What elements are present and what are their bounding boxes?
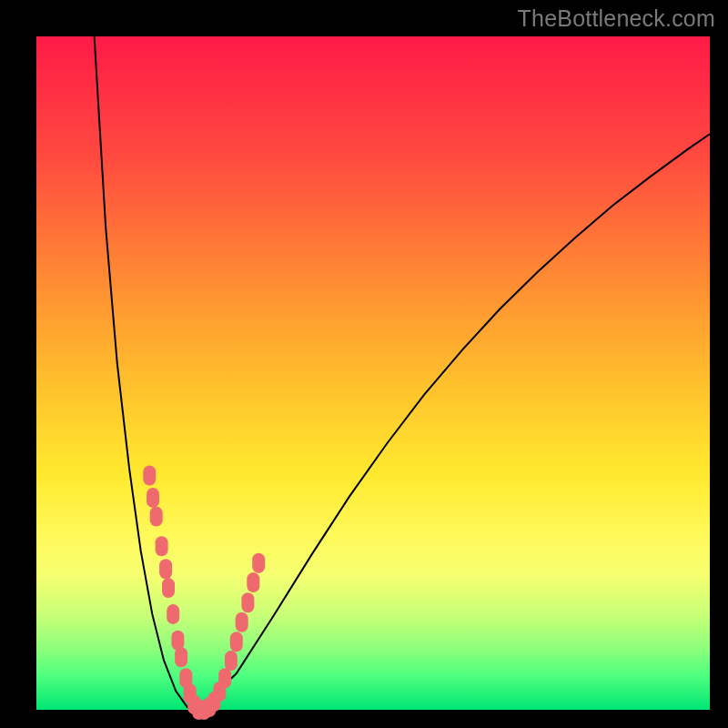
- data-marker: [218, 668, 231, 688]
- data-marker: [225, 651, 238, 671]
- data-marker: [236, 612, 248, 632]
- right-curve: [198, 134, 710, 710]
- data-marker: [162, 578, 175, 598]
- data-marker: [252, 553, 265, 573]
- data-marker: [241, 592, 254, 612]
- data-marker: [175, 647, 187, 667]
- data-marker: [143, 466, 156, 486]
- data-marker: [147, 488, 159, 508]
- data-marker: [230, 632, 243, 652]
- left-curve: [95, 36, 199, 710]
- data-marker: [150, 507, 163, 527]
- plot-area: [36, 36, 710, 710]
- marker-group: [143, 466, 265, 721]
- data-marker: [247, 572, 259, 592]
- data-marker: [156, 536, 168, 556]
- data-marker: [167, 604, 179, 624]
- data-marker: [159, 559, 172, 579]
- watermark-text: TheBottleneck.com: [518, 5, 715, 32]
- chart-svg: [36, 36, 710, 710]
- chart-frame: TheBottleneck.com: [0, 0, 728, 728]
